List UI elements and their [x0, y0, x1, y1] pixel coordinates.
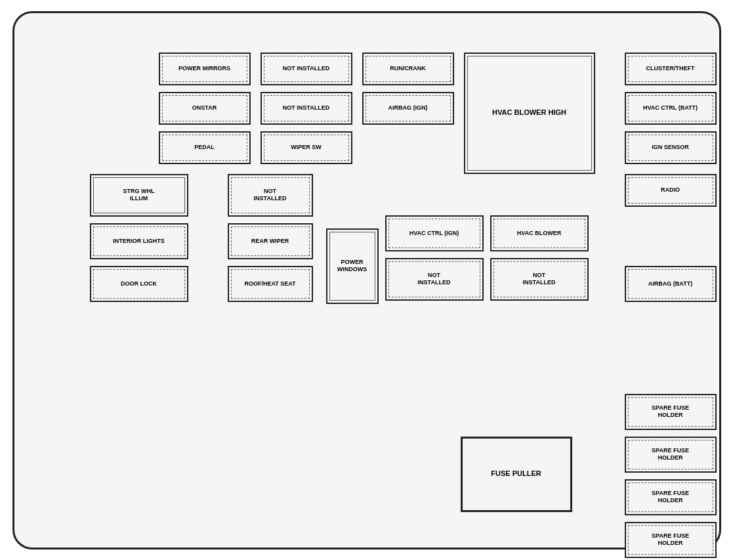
fuse-diagram: POWER MIRRORS NOT INSTALLED RUN/CRANK HV…: [12, 11, 721, 549]
fuse-onstar: ONSTAR: [159, 92, 251, 125]
fuse-cluster-theft: CLUSTER/THEFT: [625, 53, 717, 85]
fuse-not-installed-1: NOT INSTALLED: [261, 53, 352, 85]
fuse-strg-whl-illum: STRG WHL ILLUM: [90, 174, 188, 217]
fuse-spare-3: SPARE FUSE HOLDER: [625, 479, 717, 515]
fuse-spare-4: SPARE FUSE HOLDER: [625, 522, 717, 558]
fuse-ign-sensor: IGN SENSOR: [625, 131, 717, 164]
fuse-roof-heat-seat: ROOF/HEAT SEAT: [228, 266, 313, 302]
fuse-wiper-sw: WIPER SW: [261, 131, 352, 164]
fuse-hvac-blower-high: HVAC BLOWER HIGH: [464, 53, 595, 174]
fuse-not-installed-4: NOT INSTALLED: [385, 258, 484, 301]
fuse-spare-2: SPARE FUSE HOLDER: [625, 437, 717, 473]
fuse-not-installed-3: NOT INSTALLED: [228, 174, 313, 217]
fuse-airbag-ign: AIRBAG (IGN): [362, 92, 454, 125]
fuse-hvac-ctrl-batt: HVAC CTRL (BATT): [625, 92, 717, 125]
fuse-not-installed-2: NOT INSTALLED: [261, 92, 352, 125]
fuse-pedal: PEDAL: [159, 131, 251, 164]
fuse-not-installed-5: NOT INSTALLED: [490, 258, 589, 301]
fuse-hvac-ctrl-ign: HVAC CTRL (IGN): [385, 215, 484, 251]
fuse-door-lock: DOOR LOCK: [90, 266, 188, 302]
fuse-radio: RADIO: [625, 174, 717, 207]
fuse-puller: FUSE PULLER: [461, 437, 572, 512]
fuse-hvac-blower: HVAC BLOWER: [490, 215, 589, 251]
fuse-power-windows: POWER WINDOWS: [326, 228, 379, 304]
fuse-rear-wiper: REAR WIPER: [228, 223, 313, 259]
fuse-spare-1: SPARE FUSE HOLDER: [625, 394, 717, 430]
fuse-airbag-batt: AIRBAG (BATT): [625, 266, 717, 302]
fuse-interior-lights: INTERIOR LIGHTS: [90, 223, 188, 259]
fuse-power-mirrors: POWER MIRRORS: [159, 53, 251, 85]
fuse-run-crank: RUN/CRANK: [362, 53, 454, 85]
